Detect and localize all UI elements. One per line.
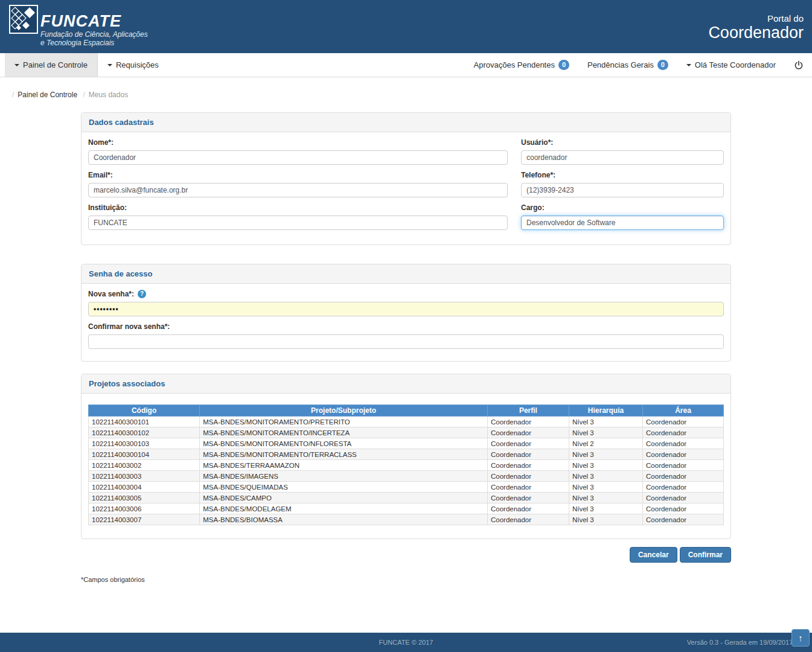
table-cell: MSA-BNDES/MONITORAMENTO/TERRACLASS <box>200 449 488 460</box>
nav-item-aprovacoes-pendentes[interactable]: Aprovações Pendentes 0 <box>474 60 569 70</box>
portal-title-line1: Portal do <box>708 13 804 24</box>
nav-item-pendencias-gerais[interactable]: Pendências Gerais 0 <box>587 60 668 70</box>
panel-title: Projetos associados <box>82 374 730 394</box>
instituicao-field[interactable] <box>88 216 508 230</box>
nome-label: Nome*: <box>88 138 508 147</box>
table-cell: MSA-BNDES/MONITORAMENTO/PRETERITO <box>200 417 488 427</box>
confirm-button[interactable]: Confirmar <box>680 547 731 563</box>
nova-senha-field[interactable] <box>88 302 724 316</box>
funcate-logo-icon <box>9 5 38 34</box>
table-cell: Nível 3 <box>569 482 642 493</box>
table-cell: Coordenador <box>487 482 569 493</box>
telefone-field[interactable] <box>521 183 724 197</box>
nav-tab-label: Requisições <box>116 60 159 69</box>
table-row: 102211400300103MSA-BNDES/MONITORAMENTO/N… <box>89 438 724 449</box>
navbar: Painel de Controle Requisições Aprovaçõe… <box>0 53 812 77</box>
table-row: 102211400300104MSA-BNDES/MONITORAMENTO/T… <box>89 449 724 460</box>
table-row: 1022114003002MSA-BNDES/TERRAAMAZONCoorde… <box>89 460 724 471</box>
panel-projetos-associados: Projetos associados Código Projeto/Subpr… <box>81 374 731 539</box>
cargo-field[interactable] <box>521 216 724 230</box>
table-cell: 1022114003006 <box>89 503 200 514</box>
table-cell: Coordenador <box>487 427 569 438</box>
header: FUNCATE Fundação de Ciência, Aplicações … <box>0 0 812 53</box>
table-row: 1022114003007MSA-BNDES/BIOMASSACoordenad… <box>89 514 724 525</box>
scroll-to-top-button[interactable]: ↑ <box>791 629 810 647</box>
table-row: 1022114003005MSA-BNDES/CAMPOCoordenadorN… <box>89 493 724 503</box>
chevron-down-icon <box>686 64 691 66</box>
table-row: 1022114003004MSA-BNDES/QUEIMADASCoordena… <box>89 482 724 493</box>
required-fields-note: *Campos obrigatórios <box>81 576 731 583</box>
table-cell: MSA-BNDES/TERRAAMAZON <box>200 460 488 471</box>
table-cell: Nível 3 <box>569 460 642 471</box>
arrow-up-icon: ↑ <box>798 633 803 643</box>
table-row: 102211400300102MSA-BNDES/MONITORAMENTO/I… <box>89 427 724 438</box>
table-cell: 102211400300102 <box>89 427 200 438</box>
table-cell: 1022114003005 <box>89 493 200 503</box>
column-header-area: Área <box>643 405 724 417</box>
usuario-label: Usuário*: <box>521 138 724 147</box>
table-cell: 1022114003002 <box>89 460 200 471</box>
logout-button[interactable] <box>794 60 804 70</box>
table-cell: Coordenador <box>643 503 724 514</box>
footer-version: Versão 0.3 - Gerada em 19/09/2017 às 0 <box>687 633 807 652</box>
table-cell: Coordenador <box>487 449 569 460</box>
table-header-row: Código Projeto/Subprojeto Perfil Hierarq… <box>89 405 724 417</box>
nova-senha-label: Nova senha*: <box>88 290 134 298</box>
password-help-icon[interactable]: ? <box>138 290 146 298</box>
table-cell: Coordenador <box>643 417 724 427</box>
table-row: 102211400300101MSA-BNDES/MONITORAMENTO/P… <box>89 417 724 427</box>
panel-title: Dados cadastrais <box>82 113 730 132</box>
panel-title: Senha de acesso <box>82 264 730 284</box>
table-cell: Nível 3 <box>569 449 642 460</box>
breadcrumb-link-painel-de-controle[interactable]: Painel de Controle <box>18 91 77 99</box>
instituicao-label: Instituição: <box>88 203 508 212</box>
breadcrumb: /Painel de Controle /Meus dados <box>0 77 812 99</box>
projects-table: Código Projeto/Subprojeto Perfil Hierarq… <box>88 404 724 525</box>
nav-tab-painel-de-controle[interactable]: Painel de Controle <box>5 53 98 77</box>
table-cell: Nível 3 <box>569 471 642 482</box>
user-menu[interactable]: Olá Teste Coordenador <box>686 60 776 69</box>
table-cell: 102211400300103 <box>89 438 200 449</box>
table-cell: Coordenador <box>643 427 724 438</box>
table-cell: Coordenador <box>643 449 724 460</box>
funcate-logo-link[interactable]: FUNCATE Fundação de Ciência, Aplicações … <box>9 5 148 47</box>
panel-senha-de-acesso: Senha de acesso Nova senha*: ? Confirmar… <box>81 264 731 362</box>
table-cell: Coordenador <box>643 471 724 482</box>
column-header-codigo: Código <box>89 405 200 417</box>
confirmar-senha-field[interactable] <box>88 334 724 349</box>
table-cell: Coordenador <box>643 493 724 503</box>
brand-subtitle-line2: e Tecnologia Espaciais <box>40 39 148 47</box>
table-row: 1022114003006MSA-BNDES/MODELAGEMCoordena… <box>89 503 724 514</box>
table-cell: Coordenador <box>643 460 724 471</box>
table-cell: MSA-BNDES/MODELAGEM <box>200 503 488 514</box>
brand-subtitle-line1: Fundação de Ciência, Aplicações <box>40 30 148 39</box>
portal-title-line2: Coordenador <box>708 24 804 42</box>
table-cell: MSA-BNDES/QUEIMADAS <box>200 482 488 493</box>
table-cell: Nível 3 <box>569 427 642 438</box>
cancel-button[interactable]: Cancelar <box>630 547 677 563</box>
table-cell: Coordenador <box>643 482 724 493</box>
table-cell: Nível 3 <box>569 514 642 525</box>
table-cell: MSA-BNDES/MONITORAMENTO/INCERTEZA <box>200 427 488 438</box>
breadcrumb-separator: / <box>83 91 85 99</box>
table-cell: Nível 2 <box>569 438 642 449</box>
table-cell: Coordenador <box>643 514 724 525</box>
usuario-field[interactable] <box>521 150 724 165</box>
footer-copyright: FUNCATE © 2017 <box>379 639 433 646</box>
nome-field[interactable] <box>88 150 508 165</box>
table-cell: MSA-BNDES/CAMPO <box>200 493 488 503</box>
table-cell: Nível 3 <box>569 503 642 514</box>
nav-tab-requisicoes[interactable]: Requisições <box>98 53 168 77</box>
breadcrumb-current-meus-dados: Meus dados <box>89 91 128 99</box>
nav-item-label: Pendências Gerais <box>587 60 654 69</box>
power-icon <box>794 60 804 70</box>
column-header-projeto-subprojeto: Projeto/Subprojeto <box>200 405 488 417</box>
chevron-down-icon <box>14 64 19 66</box>
table-cell: Nível 3 <box>569 493 642 503</box>
nav-item-label: Aprovações Pendentes <box>474 60 555 69</box>
cargo-label: Cargo: <box>521 203 724 212</box>
panel-dados-cadastrais: Dados cadastrais Nome*: Email*: Institui… <box>81 112 731 245</box>
email-field[interactable] <box>88 183 508 197</box>
portal-title: Portal do Coordenador <box>708 13 804 42</box>
pending-count-badge: 0 <box>657 60 668 70</box>
